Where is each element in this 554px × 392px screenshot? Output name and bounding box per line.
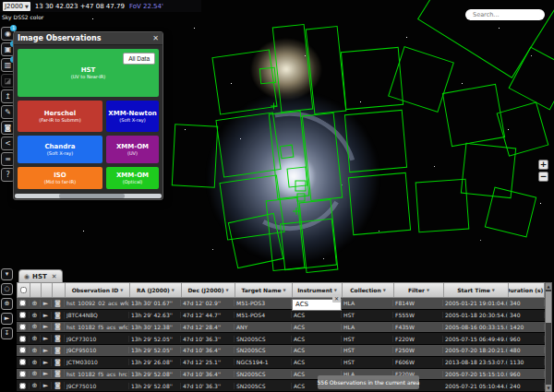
send-observation-icon[interactable]: ► xyxy=(41,347,52,354)
table-row[interactable]: ⊕ ► ◙ JCTM03010 13h 29' 26.08'' 47d 12' … xyxy=(17,357,545,369)
row-checkbox[interactable] xyxy=(19,383,26,389)
table-row[interactable]: ⊕ ► ◙ J9CF95010 13h 29' 52.05'' 47d 10' … xyxy=(17,345,545,357)
column-header-ra-j2000-[interactable]: RA (J2000) ▼ xyxy=(130,283,182,297)
send-observation-icon[interactable]: ► xyxy=(41,382,52,389)
filter-icon[interactable]: ▼ xyxy=(492,288,495,292)
cell-start-time: 2005-01-18 20:30:54.0 xyxy=(443,312,508,318)
preview-observation-icon[interactable]: ◙ xyxy=(52,359,65,366)
filter-icon[interactable]: ▼ xyxy=(283,288,285,292)
filter-icon[interactable]: ▼ xyxy=(172,288,175,292)
send-observation-icon[interactable]: ► xyxy=(41,359,52,366)
column-header-start-time[interactable]: Start Time ▼ xyxy=(444,283,509,297)
send-observation-icon[interactable]: ► xyxy=(41,312,52,319)
cell-ra: 13h 29' 52.08'' xyxy=(129,371,181,377)
all-data-button[interactable]: All Data xyxy=(123,53,155,65)
row-checkbox[interactable] xyxy=(19,347,26,353)
center-on-observation-icon[interactable]: ⊕ xyxy=(30,347,41,354)
select-all-checkbox[interactable] xyxy=(20,287,27,293)
table-row[interactable]: ⊕ ► ◙ hst_10092_02_acs_wfc_f814w 13h 30'… xyxy=(17,298,545,310)
filter-icon[interactable]: ▼ xyxy=(427,288,429,292)
preview-observation-icon[interactable]: ◙ xyxy=(52,347,65,354)
download-selection-button[interactable]: ↧ xyxy=(1,327,13,339)
close-icon[interactable]: ✕ xyxy=(152,34,159,42)
row-checkbox[interactable] xyxy=(19,324,26,330)
frame-select[interactable]: J2000 ▼ xyxy=(3,2,30,11)
panel-header[interactable]: Image Observations ✕ xyxy=(14,32,163,45)
observation-id-link[interactable]: J9CF73010 xyxy=(65,336,129,342)
observation-id-link[interactable]: hst_10182_f5_acs_hrc_f220w xyxy=(65,371,129,377)
mission-herschel-button[interactable]: Herschel (Far-IR to Submm) xyxy=(18,101,102,132)
row-checkbox-cell xyxy=(17,336,30,342)
center-on-observation-icon[interactable]: ⊕ xyxy=(30,335,41,342)
scroll-up-button[interactable]: ▲ xyxy=(546,283,551,290)
search-input[interactable] xyxy=(465,9,545,20)
preview-observation-icon[interactable]: ◙ xyxy=(52,323,65,330)
filter-icon[interactable]: ▼ xyxy=(383,288,386,292)
row-checkbox[interactable] xyxy=(19,300,26,306)
table-row[interactable]: ⊕ ► ◙ J9CF73010 13h 29' 52.05'' 47d 10' … xyxy=(17,333,545,345)
center-on-observation-icon[interactable]: ⊕ xyxy=(30,323,41,330)
row-checkbox[interactable] xyxy=(19,371,26,377)
center-on-observation-icon[interactable]: ⊕ xyxy=(30,370,41,377)
preview-observation-icon[interactable]: ◙ xyxy=(52,382,65,389)
table-row[interactable]: ⊕ ► ◙ hst_10182_f5_acs_hrc_f220w 13h 29'… xyxy=(17,369,545,381)
center-on-observation-icon[interactable]: ⊕ xyxy=(30,312,41,319)
mission-xmm-newton-button[interactable]: XMM-Newton (Soft X-ray) xyxy=(106,101,159,132)
table-row[interactable]: ⊕ ► ◙ J9CF75010 13h 29' 52.08'' 47d 10' … xyxy=(17,380,545,392)
table-row[interactable]: ⊕ ► ◙ J8TC44N8Q 13h 29' 42.63'' 47d 12' … xyxy=(17,310,545,322)
row-checkbox[interactable] xyxy=(19,336,26,342)
row-checkbox[interactable] xyxy=(19,359,26,365)
observation-id-link[interactable]: JCTM03010 xyxy=(65,359,129,365)
cell-duration: 1420 xyxy=(508,324,545,330)
send-observation-icon[interactable]: ► xyxy=(41,300,52,307)
cell-dec: 47d 12' 44.7'' xyxy=(181,312,235,318)
mission-chandra-button[interactable]: Chandra (Soft X-ray) xyxy=(18,136,102,163)
scroll-down-button[interactable]: ▼ xyxy=(546,385,551,391)
preview-observation-icon[interactable]: ◙ xyxy=(52,312,65,319)
observation-id-link[interactable]: J8TC44N8Q xyxy=(65,312,129,318)
column-header-observation-id[interactable]: Observation ID ▼ xyxy=(66,283,130,297)
center-on-observation-icon[interactable]: ⊕ xyxy=(30,359,41,366)
send-selection-button[interactable]: ► xyxy=(1,313,13,325)
observation-id-link[interactable]: hst_10182_f5_acs_wfc_total xyxy=(65,324,129,330)
filter-icon[interactable]: ▼ xyxy=(226,288,229,292)
preview-observation-icon[interactable]: ◙ xyxy=(52,300,65,307)
center-on-observation-icon[interactable]: ⊕ xyxy=(30,300,41,307)
collapse-table-button[interactable]: ▾ xyxy=(1,268,13,280)
row-checkbox[interactable] xyxy=(19,312,26,318)
send-observation-icon[interactable]: ► xyxy=(41,370,52,377)
send-observation-icon[interactable]: ► xyxy=(41,323,52,330)
observation-id-link[interactable]: J9CF75010 xyxy=(65,383,129,389)
mission-iso-button[interactable]: ISO (Mid to far-IR) xyxy=(18,167,102,189)
table-vertical-scrollbar[interactable]: ▲ ▼ xyxy=(545,282,552,392)
observation-id-link[interactable]: J9CF95010 xyxy=(65,347,129,353)
cell-duration: 340 xyxy=(508,312,545,318)
scrollbar-thumb[interactable] xyxy=(546,291,551,323)
mission-xmm-om-button[interactable]: XMM-OM (UV) xyxy=(106,136,159,163)
tab-hst[interactable]: ◉ HST ✕ xyxy=(18,269,63,282)
center-on-observation-icon[interactable]: ⊕ xyxy=(30,382,41,389)
preview-observation-icon[interactable]: ◙ xyxy=(52,335,65,342)
observation-id-link[interactable]: hst_10092_02_acs_wfc_f814w xyxy=(65,300,129,306)
column-header-target-name[interactable]: Target Name ▼ xyxy=(235,283,293,297)
row-checkbox-cell xyxy=(17,300,30,306)
cell-duration: 1130 xyxy=(508,359,545,365)
zoom-out-button[interactable]: − xyxy=(538,172,548,182)
edit-icon: ✎ xyxy=(5,108,11,116)
preview-observation-icon[interactable]: ◙ xyxy=(52,370,65,377)
mission-xmm-om-button[interactable]: XMM-OM (Optical) xyxy=(106,167,159,189)
deselect-all-button[interactable]: ○ xyxy=(1,283,13,295)
column-header-duration-s-[interactable]: Duration (s) ▼ xyxy=(509,283,546,297)
send-observation-icon[interactable]: ► xyxy=(41,335,52,342)
filter-icon[interactable]: ▼ xyxy=(120,288,123,292)
zoom-in-button[interactable]: + xyxy=(538,160,548,170)
close-icon[interactable]: ✕ xyxy=(52,273,57,280)
table-row[interactable]: ⊕ ► ◙ hst_10182_f5_acs_wfc_total 13h 30'… xyxy=(17,322,545,334)
column-header-dec-j2000-[interactable]: Dec (J2000) ▼ xyxy=(182,283,235,297)
column-header-collection[interactable]: Collection ▼ xyxy=(343,283,394,297)
clear-filter-icon[interactable]: ✕ xyxy=(332,294,341,303)
column-header-filter[interactable]: Filter ▼ xyxy=(394,283,444,297)
panel-horizontal-scrollbar[interactable] xyxy=(15,194,162,198)
center-selection-button[interactable]: ⊕ xyxy=(1,298,13,310)
cell-collection: HST xyxy=(342,336,393,342)
